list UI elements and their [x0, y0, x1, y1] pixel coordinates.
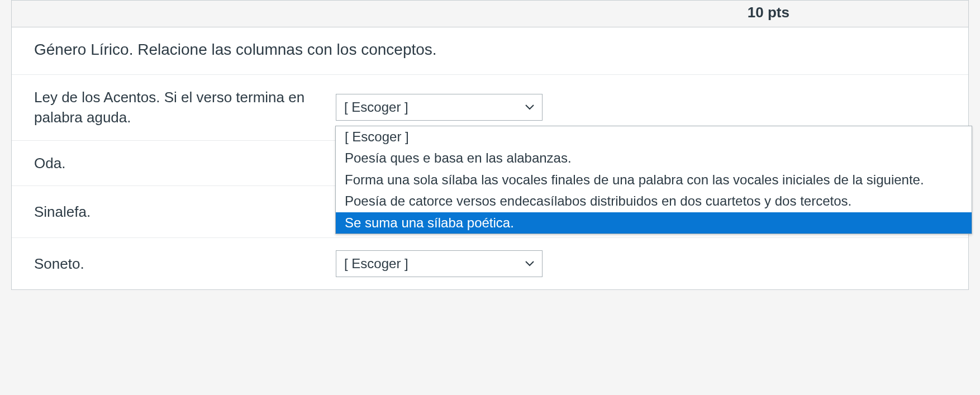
dropdown-listbox[interactable]: [ Escoger ] Poesía ques e basa en las al…: [335, 126, 972, 234]
answer-select[interactable]: [ Escoger ]: [336, 250, 543, 277]
select-wrapper: [ Escoger ]: [336, 250, 543, 277]
answer-select[interactable]: [ Escoger ]: [336, 94, 543, 121]
question-points: 10 pts: [748, 4, 789, 21]
question-header: 10 pts: [12, 1, 968, 27]
match-label: Ley de los Acentos. Si el verso termina …: [34, 87, 336, 128]
match-label: Soneto.: [34, 254, 336, 274]
question-prompt: Género Lírico. Relacione las columnas co…: [12, 27, 968, 75]
match-row: Soneto. [ Escoger ]: [12, 238, 968, 289]
select-value: [ Escoger ]: [344, 256, 408, 272]
match-label: Oda.: [34, 153, 336, 173]
dropdown-option[interactable]: Forma una sola sílaba las vocales finale…: [336, 169, 972, 191]
dropdown-option-highlighted[interactable]: Se suma una sílaba poética.: [336, 212, 972, 234]
chevron-down-icon: [525, 261, 534, 266]
dropdown-option[interactable]: [ Escoger ]: [336, 126, 972, 147]
select-wrapper: [ Escoger ]: [336, 94, 543, 121]
chevron-down-icon: [525, 104, 534, 110]
dropdown-option[interactable]: Poesía ques e basa en las alabanzas.: [336, 147, 972, 169]
match-label: Sinalefa.: [34, 202, 336, 222]
dropdown-option[interactable]: Poesía de catorce versos endecasílabos d…: [336, 191, 972, 212]
select-value: [ Escoger ]: [344, 99, 408, 115]
